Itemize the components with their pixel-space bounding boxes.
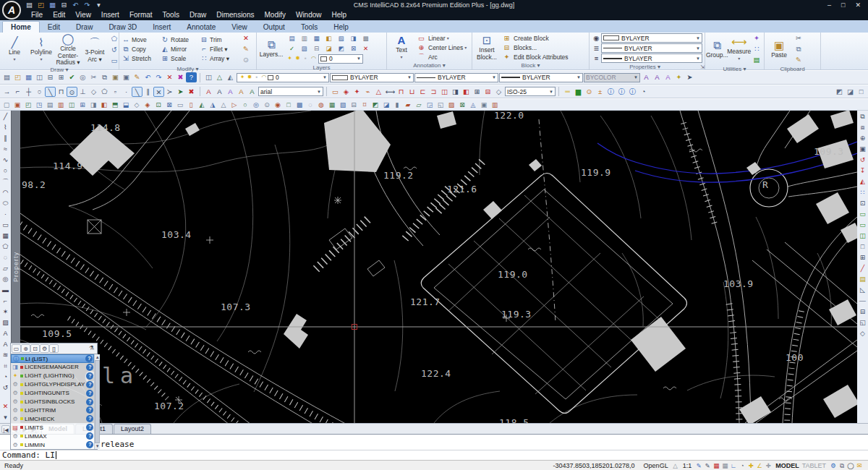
layer-tool-icon[interactable]: ✓ (287, 44, 297, 53)
modify-tool-icon[interactable]: ▤ (858, 274, 867, 285)
tool-icon[interactable]: ◮ (208, 100, 218, 110)
popup-scrollbar[interactable]: ▲ ▼ (94, 354, 100, 449)
clipboard-icon[interactable]: ✂ (793, 33, 804, 43)
style-icon[interactable]: ✦ (673, 72, 684, 82)
status-toggle-icon[interactable]: ∟ (729, 461, 738, 470)
command-line[interactable]: Command: LI (0, 450, 868, 460)
modify-tool-icon[interactable]: ⊕ (858, 133, 867, 144)
ribbon-tab[interactable]: Tools (293, 22, 326, 33)
drawing-canvas[interactable]: 114.8114.998.2103.4119.2121.6122.0119.91… (20, 111, 857, 423)
snap-icon[interactable]: ⊥ (77, 87, 88, 97)
toolbar-icon[interactable]: ? (186, 72, 197, 82)
layer-tool-icon[interactable]: ▦ (312, 34, 321, 43)
measure-button[interactable]: ⟷ Measure ▾ (728, 36, 749, 62)
layer-tool-icon[interactable]: ◪ (324, 44, 333, 53)
toolbar-control-icon[interactable]: ▾ (1, 412, 10, 423)
dim-tool-icon[interactable]: ± (595, 87, 605, 97)
tool-icon[interactable]: ▧ (338, 100, 348, 110)
snap-icon[interactable]: ▫ (110, 87, 121, 97)
scale-lock-icon[interactable]: △ (671, 461, 680, 470)
popup-tool-icon[interactable]: ⊕ (21, 344, 30, 353)
tool-icon[interactable]: ◰ (23, 100, 33, 110)
draw-side-icon[interactable]: ⬠ (109, 34, 119, 44)
dimension-icon[interactable]: ⊏ (417, 87, 428, 97)
draw-tool-icon[interactable]: ✶ (1, 307, 10, 317)
renderer-label[interactable]: OpenGL (644, 462, 668, 469)
help-icon[interactable]: ? (86, 398, 93, 406)
style-icon[interactable]: ➤ (684, 72, 695, 82)
command-suggestion[interactable]: ⚙ LIMCHECK ? (11, 414, 94, 423)
toolbar-icon[interactable]: ✕ (164, 72, 175, 82)
draw-tool-icon[interactable]: ▭ (1, 220, 10, 231)
draw-tool-icon[interactable]: ▱ (1, 263, 10, 274)
text-style-icon[interactable]: A (203, 87, 214, 97)
scrollbar-thumb[interactable] (95, 360, 100, 443)
status-icon[interactable]: ⚙ (829, 461, 838, 470)
menu-item[interactable]: Dimensions (211, 10, 259, 20)
annotation-group-label[interactable]: Annotation ▾ (387, 62, 472, 69)
popup-tool-icon[interactable]: [] (49, 344, 59, 353)
modify-tool-icon[interactable]: — (858, 296, 867, 307)
modify-button[interactable]: ◭Mirror (161, 44, 200, 54)
quick-access-icon[interactable]: ◰ (36, 0, 46, 10)
modify-tool-icon[interactable]: ◫ (858, 231, 867, 242)
snap-icon[interactable]: ⌐ (12, 87, 23, 97)
popup-tool-icon[interactable]: ⚙ (40, 344, 49, 353)
tool-icon[interactable]: ⬓ (121, 100, 131, 110)
tool-icon[interactable]: ⬒ (110, 100, 120, 110)
modify-button[interactable]: ↔Move (122, 35, 161, 45)
restore-button[interactable]: □ (841, 1, 845, 9)
view-icon[interactable]: ◩ (834, 87, 845, 97)
clipboard-icon[interactable]: ⧉ (793, 44, 804, 54)
snap-icon[interactable]: → (1, 87, 12, 97)
text-style-icon[interactable]: A (225, 87, 236, 97)
snap-icon[interactable]: ⊓ (56, 87, 67, 97)
draw-tool-icon[interactable]: · (1, 209, 10, 220)
arc-button[interactable]: ⌒ 3-Point Arc ▾ (82, 37, 107, 63)
block-group-label[interactable]: Block ▾ (472, 62, 589, 69)
draw-side-icon[interactable]: ↺ (109, 45, 119, 55)
modify-tool-icon[interactable]: ╱ (858, 263, 867, 274)
modify-button[interactable]: ⊞Scale (161, 54, 200, 64)
modify-tool-icon[interactable]: ▭ (858, 209, 867, 220)
draw-tool-icon[interactable]: A (1, 328, 10, 339)
command-suggestion[interactable]: ⓘ LI (LIST) ? (11, 354, 94, 363)
ribbon-tab[interactable]: View (224, 22, 255, 33)
layer-tool-icon[interactable]: ✕ (361, 44, 370, 53)
draw-tool-icon[interactable]: ↺ (1, 383, 10, 393)
modify-tool-icon[interactable]: ⧈ (858, 122, 867, 133)
tool-icon[interactable]: ▮ (392, 100, 402, 110)
draw-tool-icon[interactable]: △ (373, 87, 384, 97)
quick-access-icon[interactable]: ↷ (82, 0, 92, 10)
tool-icon[interactable]: ◌ (305, 100, 315, 110)
snap-icon[interactable]: ⊙ (67, 87, 77, 97)
textstyle-combo[interactable]: arial ▼ (258, 87, 323, 96)
line-button[interactable]: ╱ Line ▾ (2, 37, 27, 63)
draw-tool-icon[interactable]: ⬭ (1, 198, 10, 209)
modify-tool-icon[interactable]: ⊟ (858, 307, 867, 317)
command-suggestion[interactable]: ⚙ LIGHTINGUNITS ? (11, 389, 94, 398)
menu-item[interactable]: File (26, 10, 48, 20)
status-toggle-icon[interactable]: ✚ (746, 461, 755, 470)
dimension-icon[interactable]: ◧ (461, 87, 472, 97)
ribbon-tab[interactable]: Output (255, 22, 293, 33)
command-suggestion[interactable]: ⚙ LIGHTSINBLOCKS ? (11, 398, 94, 406)
status-toggle-icon[interactable]: ◔ (738, 461, 746, 470)
ribbon-tab[interactable]: Insert (145, 22, 179, 33)
help-icon[interactable]: ? (86, 372, 93, 380)
menu-item[interactable]: Edit (48, 10, 70, 20)
ribbon-tab[interactable]: Help (326, 22, 357, 33)
command-suggestion[interactable]: ◨ LICENSEMANAGER ? (11, 363, 94, 372)
toolbar-icon[interactable]: ⊟ (45, 72, 56, 82)
tool-icon[interactable]: ◍ (316, 100, 326, 110)
draw-tool-icon[interactable]: ▨ (1, 317, 10, 328)
status-toggle-icon[interactable]: ▦ (720, 461, 729, 470)
draw-tool-icon[interactable]: ≋ (1, 350, 10, 361)
linetype-combo[interactable]: BYLAYER ▼ (414, 73, 498, 82)
tool-icon[interactable]: ▦ (327, 100, 337, 110)
layer-tool-icon[interactable]: ▤ (287, 34, 297, 43)
layer-tool-icon[interactable]: ▥ (299, 34, 309, 43)
toolbar-icon[interactable]: ⊞ (56, 72, 67, 82)
tool-icon[interactable]: ▤ (45, 100, 55, 110)
layer-state-icon[interactable]: ▪ (302, 54, 310, 64)
